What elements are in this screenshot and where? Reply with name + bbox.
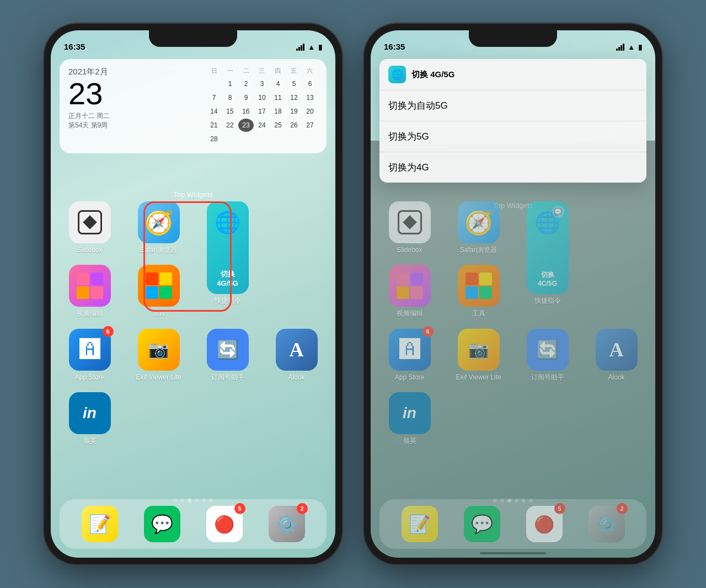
tools-icon	[146, 272, 172, 299]
status-time-right: 16:35	[384, 42, 405, 51]
app-safari-r: 🧭 Safari浏览器	[448, 201, 509, 254]
app-label-subscribe-r: 订阅号助手	[531, 373, 564, 381]
app-alook[interactable]: A Alook	[266, 329, 327, 381]
popup-item-5g[interactable]: 切换为5G	[379, 121, 646, 152]
dock-reminders-r: 🔴 5	[526, 506, 563, 542]
app-subscribe[interactable]: 🔄 订阅号助手	[197, 329, 258, 381]
appstore-badge: 6	[103, 326, 114, 337]
safari-icon: 🧭	[145, 209, 173, 236]
cal-lunar: 正月十二 周二	[68, 111, 110, 121]
notes-icon: 📝	[89, 514, 111, 534]
app-label-alook-r: Alook	[608, 373, 624, 381]
shortcut-bubble: 💬	[552, 206, 564, 218]
signal-icon	[296, 44, 304, 51]
appstore-icon: 🅰	[79, 338, 100, 361]
app-appstore-r: 🅰 6 App Store	[379, 329, 440, 381]
dock-left: 📝 💬 🔴 5 ⚙️ 2	[60, 499, 327, 549]
app-subscribe-r: 🔄 订阅号助手	[517, 329, 577, 381]
shortcut-widget-text: 切换 4G/5G	[211, 269, 244, 287]
app-label-safari-r: Safari浏览器	[460, 246, 497, 254]
app-label-video-r: 视频编辑	[397, 309, 423, 317]
dock-settings[interactable]: ⚙️ 2	[269, 506, 305, 542]
dock-wechat[interactable]: 💬	[144, 506, 180, 542]
battery-icon-right: ▮	[638, 43, 642, 51]
app-label-linkedin-r: 领英	[403, 437, 416, 445]
status-icons-left: ▲ ▮	[296, 43, 322, 51]
dock-right: 📝 💬 🔴 5 ⚙️ 2	[379, 499, 646, 549]
dock-wechat-r: 💬	[464, 506, 500, 542]
reminders-icon: 🔴	[214, 515, 234, 534]
app-label-slidebox: Slidebox	[77, 246, 102, 254]
phone-frame-right: 16:35 ▲ ▮ 🌐 切换 4G/5G	[364, 24, 662, 564]
cal-day: 23	[68, 78, 110, 109]
settings-icon: ⚙️	[276, 514, 298, 534]
signal-icon-right	[616, 44, 624, 51]
wifi-icon-right: ▲	[628, 43, 635, 51]
app-tools[interactable]: 工具	[129, 265, 189, 317]
popup-menu: 🌐 切换 4G/5G 切换为自动5G 切换为5G 切换为4G	[379, 59, 646, 183]
app-slidebox-r: Slidebox	[379, 201, 440, 254]
popup-item-auto5g[interactable]: 切换为自动5G	[379, 90, 646, 121]
app-label-exif: Exif Viewer Lite	[136, 373, 181, 381]
app-video-edit[interactable]: 视频编辑	[60, 265, 120, 317]
status-time-left: 16:35	[64, 42, 85, 51]
app-appstore[interactable]: 🅰 6 App Store	[60, 329, 120, 381]
dock-reminders[interactable]: 🔴 5	[206, 506, 243, 542]
app-exif-r: 📷 Exif Viewer Lite	[448, 329, 509, 381]
settings-badge: 2	[297, 503, 308, 514]
app-label-safari: Safari浏览器	[140, 246, 177, 254]
popup-item-4g[interactable]: 切换为4G	[379, 152, 646, 183]
app-label-alook: Alook	[288, 373, 304, 381]
app-grid-right: Slidebox 🧭 Safari浏览器 🌐 切换 4C/5G 💬	[379, 201, 646, 445]
wechat-icon: 💬	[151, 514, 173, 534]
status-icons-right: ▲ ▮	[616, 43, 642, 51]
app-safari[interactable]: 🧭 Safari浏览器	[129, 201, 189, 254]
notch-right	[469, 30, 557, 47]
app-label-tools: 工具	[152, 309, 165, 317]
exif-icon: 📷	[148, 340, 169, 359]
app-label-slidebox-r: Slidebox	[397, 246, 422, 254]
app-label-appstore-r: App Store	[395, 373, 424, 381]
app-shortcut-r: 🌐 切换 4C/5G 💬 快捷指令	[517, 201, 577, 304]
alook-icon: A	[290, 338, 304, 361]
wifi-icon: ▲	[308, 43, 315, 51]
app-linkedin-r: in 领英	[379, 392, 440, 445]
app-linkedin[interactable]: in 领英	[60, 392, 120, 445]
subscribe-icon: 🔄	[217, 339, 239, 360]
linkedin-icon: in	[83, 404, 97, 422]
app-label-linkedin: 领英	[83, 437, 97, 445]
app-grid-left: Slidebox 🧭 Safari浏览器 🌐 切换 4G/5G 快捷指令	[60, 201, 327, 445]
app-label-appstore: App Store	[75, 373, 104, 381]
app-label-video: 视频编辑	[77, 309, 103, 317]
battery-icon: ▮	[318, 43, 322, 51]
app-label-subscribe: 订阅号助手	[211, 373, 244, 381]
phone-frame-left: 16:35 ▲ ▮ 2021年2月 23	[44, 24, 342, 564]
globe-icon: 🌐	[215, 210, 240, 234]
app-alook-r: A Alook	[586, 329, 646, 381]
popup-header-icon: 🌐	[388, 66, 406, 83]
app-shortcut-widget[interactable]: 🌐 切换 4G/5G 快捷指令	[197, 201, 258, 304]
diamond-icon	[83, 215, 97, 229]
dock-notes[interactable]: 📝	[82, 506, 118, 542]
app-label-exif-r: Exif Viewer Lite	[456, 373, 501, 381]
top-widgets-label-left: Top Widgets	[51, 190, 335, 199]
app-video-r: 视频编辑	[379, 265, 440, 317]
app-exif[interactable]: 📷 Exif Viewer Lite	[129, 329, 189, 381]
notch-left	[149, 30, 237, 47]
popup-title: 切换 4G/5G	[411, 70, 454, 80]
popup-header: 🌐 切换 4G/5G	[379, 59, 646, 90]
screen-left: 16:35 ▲ ▮ 2021年2月 23	[51, 30, 335, 558]
app-label-tools-r: 工具	[472, 309, 485, 317]
video-edit-icon	[77, 272, 103, 299]
cal-week: 第54天 第9周	[68, 121, 110, 130]
phone-left: 16:35 ▲ ▮ 2021年2月 23	[44, 24, 342, 564]
phone-right: 16:35 ▲ ▮ 🌐 切换 4G/5G	[364, 24, 662, 564]
cal-header: 日一二三四五六	[206, 67, 318, 75]
slidebox-inner-icon	[78, 210, 102, 234]
calendar-widget: 2021年2月 23 正月十二 周二 第54天 第9周 日一二三四五六 123	[60, 59, 327, 153]
dock-settings-r: ⚙️ 2	[589, 506, 625, 542]
app-label-shortcut-r: 快捷指令	[534, 297, 561, 304]
app-tools-r: 工具	[448, 265, 509, 317]
app-label-shortcut: 快捷指令	[215, 297, 241, 304]
app-slidebox[interactable]: Slidebox	[60, 201, 120, 254]
